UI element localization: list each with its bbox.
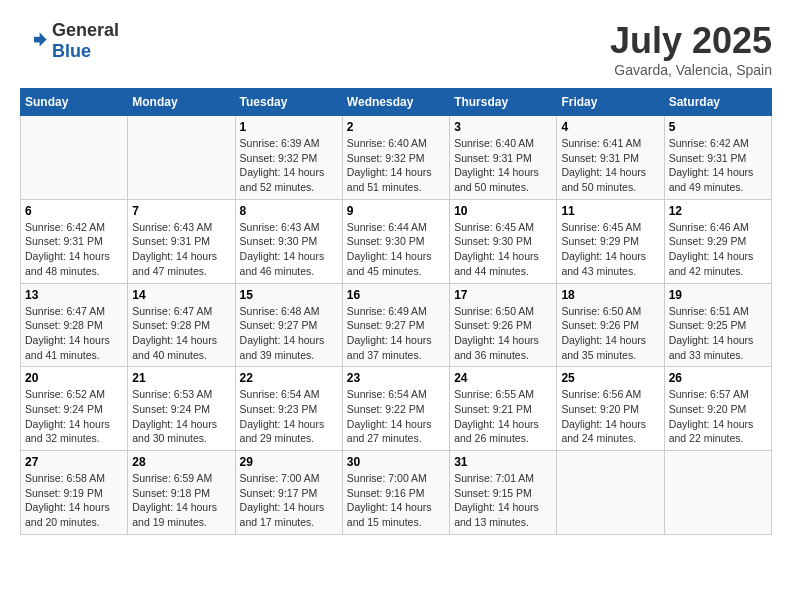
week-row-2: 6Sunrise: 6:42 AMSunset: 9:31 PMDaylight… [21, 199, 772, 283]
logo-icon [20, 27, 48, 55]
day-info: Sunrise: 6:46 AMSunset: 9:29 PMDaylight:… [669, 220, 767, 279]
day-number: 17 [454, 288, 552, 302]
logo-general-text: General [52, 20, 119, 41]
day-number: 29 [240, 455, 338, 469]
day-info: Sunrise: 6:49 AMSunset: 9:27 PMDaylight:… [347, 304, 445, 363]
day-info: Sunrise: 6:42 AMSunset: 9:31 PMDaylight:… [25, 220, 123, 279]
day-cell: 25Sunrise: 6:56 AMSunset: 9:20 PMDayligh… [557, 367, 664, 451]
day-cell [21, 116, 128, 200]
day-cell: 7Sunrise: 6:43 AMSunset: 9:31 PMDaylight… [128, 199, 235, 283]
day-cell: 3Sunrise: 6:40 AMSunset: 9:31 PMDaylight… [450, 116, 557, 200]
day-info: Sunrise: 6:59 AMSunset: 9:18 PMDaylight:… [132, 471, 230, 530]
column-header-saturday: Saturday [664, 89, 771, 116]
day-info: Sunrise: 6:50 AMSunset: 9:26 PMDaylight:… [454, 304, 552, 363]
day-info: Sunrise: 7:00 AMSunset: 9:17 PMDaylight:… [240, 471, 338, 530]
day-cell: 22Sunrise: 6:54 AMSunset: 9:23 PMDayligh… [235, 367, 342, 451]
day-number: 24 [454, 371, 552, 385]
day-cell: 4Sunrise: 6:41 AMSunset: 9:31 PMDaylight… [557, 116, 664, 200]
day-cell: 27Sunrise: 6:58 AMSunset: 9:19 PMDayligh… [21, 451, 128, 535]
column-header-wednesday: Wednesday [342, 89, 449, 116]
column-header-tuesday: Tuesday [235, 89, 342, 116]
day-info: Sunrise: 6:43 AMSunset: 9:31 PMDaylight:… [132, 220, 230, 279]
day-info: Sunrise: 6:44 AMSunset: 9:30 PMDaylight:… [347, 220, 445, 279]
day-number: 9 [347, 204, 445, 218]
day-number: 22 [240, 371, 338, 385]
calendar-table: SundayMondayTuesdayWednesdayThursdayFrid… [20, 88, 772, 535]
day-cell: 16Sunrise: 6:49 AMSunset: 9:27 PMDayligh… [342, 283, 449, 367]
day-info: Sunrise: 6:52 AMSunset: 9:24 PMDaylight:… [25, 387, 123, 446]
day-number: 10 [454, 204, 552, 218]
day-info: Sunrise: 6:40 AMSunset: 9:32 PMDaylight:… [347, 136, 445, 195]
day-cell: 14Sunrise: 6:47 AMSunset: 9:28 PMDayligh… [128, 283, 235, 367]
day-info: Sunrise: 6:43 AMSunset: 9:30 PMDaylight:… [240, 220, 338, 279]
day-number: 4 [561, 120, 659, 134]
month-title: July 2025 [610, 20, 772, 62]
day-cell: 31Sunrise: 7:01 AMSunset: 9:15 PMDayligh… [450, 451, 557, 535]
logo: General Blue [20, 20, 119, 62]
day-number: 30 [347, 455, 445, 469]
day-info: Sunrise: 6:48 AMSunset: 9:27 PMDaylight:… [240, 304, 338, 363]
day-number: 28 [132, 455, 230, 469]
week-row-4: 20Sunrise: 6:52 AMSunset: 9:24 PMDayligh… [21, 367, 772, 451]
day-number: 25 [561, 371, 659, 385]
week-row-5: 27Sunrise: 6:58 AMSunset: 9:19 PMDayligh… [21, 451, 772, 535]
column-header-friday: Friday [557, 89, 664, 116]
day-info: Sunrise: 6:45 AMSunset: 9:30 PMDaylight:… [454, 220, 552, 279]
day-number: 11 [561, 204, 659, 218]
day-number: 23 [347, 371, 445, 385]
day-info: Sunrise: 6:53 AMSunset: 9:24 PMDaylight:… [132, 387, 230, 446]
day-info: Sunrise: 6:45 AMSunset: 9:29 PMDaylight:… [561, 220, 659, 279]
day-cell: 1Sunrise: 6:39 AMSunset: 9:32 PMDaylight… [235, 116, 342, 200]
day-number: 31 [454, 455, 552, 469]
day-info: Sunrise: 6:40 AMSunset: 9:31 PMDaylight:… [454, 136, 552, 195]
day-cell: 18Sunrise: 6:50 AMSunset: 9:26 PMDayligh… [557, 283, 664, 367]
day-cell: 2Sunrise: 6:40 AMSunset: 9:32 PMDaylight… [342, 116, 449, 200]
day-info: Sunrise: 6:50 AMSunset: 9:26 PMDaylight:… [561, 304, 659, 363]
week-row-1: 1Sunrise: 6:39 AMSunset: 9:32 PMDaylight… [21, 116, 772, 200]
day-info: Sunrise: 7:00 AMSunset: 9:16 PMDaylight:… [347, 471, 445, 530]
day-cell: 21Sunrise: 6:53 AMSunset: 9:24 PMDayligh… [128, 367, 235, 451]
day-number: 5 [669, 120, 767, 134]
day-info: Sunrise: 6:42 AMSunset: 9:31 PMDaylight:… [669, 136, 767, 195]
logo-blue-text: Blue [52, 41, 119, 62]
day-number: 3 [454, 120, 552, 134]
day-number: 14 [132, 288, 230, 302]
day-number: 13 [25, 288, 123, 302]
day-number: 18 [561, 288, 659, 302]
day-info: Sunrise: 6:47 AMSunset: 9:28 PMDaylight:… [25, 304, 123, 363]
day-cell: 8Sunrise: 6:43 AMSunset: 9:30 PMDaylight… [235, 199, 342, 283]
column-header-thursday: Thursday [450, 89, 557, 116]
day-cell [128, 116, 235, 200]
day-number: 2 [347, 120, 445, 134]
day-cell: 6Sunrise: 6:42 AMSunset: 9:31 PMDaylight… [21, 199, 128, 283]
day-cell: 9Sunrise: 6:44 AMSunset: 9:30 PMDaylight… [342, 199, 449, 283]
day-number: 16 [347, 288, 445, 302]
day-cell: 5Sunrise: 6:42 AMSunset: 9:31 PMDaylight… [664, 116, 771, 200]
location-title: Gavarda, Valencia, Spain [610, 62, 772, 78]
day-number: 27 [25, 455, 123, 469]
day-cell: 28Sunrise: 6:59 AMSunset: 9:18 PMDayligh… [128, 451, 235, 535]
day-info: Sunrise: 7:01 AMSunset: 9:15 PMDaylight:… [454, 471, 552, 530]
column-header-monday: Monday [128, 89, 235, 116]
day-info: Sunrise: 6:54 AMSunset: 9:22 PMDaylight:… [347, 387, 445, 446]
day-cell: 15Sunrise: 6:48 AMSunset: 9:27 PMDayligh… [235, 283, 342, 367]
day-cell: 24Sunrise: 6:55 AMSunset: 9:21 PMDayligh… [450, 367, 557, 451]
day-number: 19 [669, 288, 767, 302]
day-cell: 23Sunrise: 6:54 AMSunset: 9:22 PMDayligh… [342, 367, 449, 451]
day-number: 7 [132, 204, 230, 218]
day-cell: 30Sunrise: 7:00 AMSunset: 9:16 PMDayligh… [342, 451, 449, 535]
day-cell: 26Sunrise: 6:57 AMSunset: 9:20 PMDayligh… [664, 367, 771, 451]
day-cell: 17Sunrise: 6:50 AMSunset: 9:26 PMDayligh… [450, 283, 557, 367]
day-info: Sunrise: 6:55 AMSunset: 9:21 PMDaylight:… [454, 387, 552, 446]
title-block: July 2025 Gavarda, Valencia, Spain [610, 20, 772, 78]
day-cell: 19Sunrise: 6:51 AMSunset: 9:25 PMDayligh… [664, 283, 771, 367]
day-cell [664, 451, 771, 535]
day-number: 1 [240, 120, 338, 134]
day-number: 12 [669, 204, 767, 218]
day-info: Sunrise: 6:51 AMSunset: 9:25 PMDaylight:… [669, 304, 767, 363]
column-header-sunday: Sunday [21, 89, 128, 116]
day-number: 15 [240, 288, 338, 302]
header-row: SundayMondayTuesdayWednesdayThursdayFrid… [21, 89, 772, 116]
day-info: Sunrise: 6:39 AMSunset: 9:32 PMDaylight:… [240, 136, 338, 195]
page-header: General Blue July 2025 Gavarda, Valencia… [20, 20, 772, 78]
